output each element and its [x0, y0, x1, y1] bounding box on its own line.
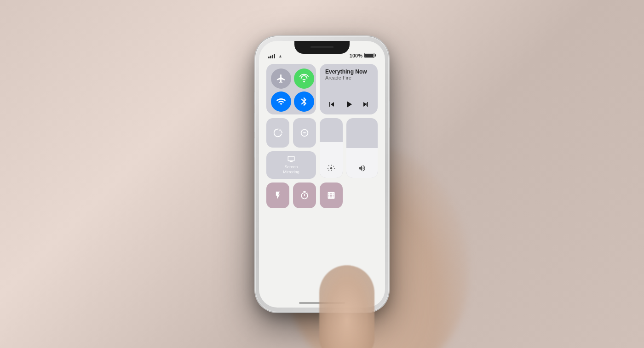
signal-bar-3 — [272, 55, 273, 58]
battery-icon — [364, 53, 376, 58]
screen-mirroring-button[interactable]: ScreenMirroring — [266, 151, 316, 179]
do-not-disturb-button[interactable] — [293, 118, 316, 148]
wifi-button[interactable] — [271, 91, 291, 112]
notch — [294, 41, 350, 54]
screen-mirroring-label: ScreenMirroring — [283, 165, 299, 175]
volume-down-button[interactable] — [254, 137, 255, 158]
play-button[interactable] — [343, 99, 354, 110]
flashlight-button[interactable] — [266, 183, 289, 208]
connectivity-panel — [266, 64, 316, 114]
signal-icon — [268, 54, 275, 58]
music-panel: Everything Now Arcade Fire — [320, 64, 378, 114]
status-right: 100% — [350, 53, 376, 58]
iphone-x: ▲ 100% — [255, 36, 389, 312]
cellular-button[interactable] — [294, 68, 314, 89]
status-left: ▲ — [268, 54, 282, 58]
volume-icon — [358, 164, 366, 174]
power-button[interactable] — [389, 101, 390, 128]
track-title: Everything Now — [325, 68, 372, 75]
mute-button[interactable] — [254, 91, 255, 105]
music-controls — [325, 99, 372, 110]
speaker — [310, 46, 334, 48]
signal-bar-1 — [268, 57, 270, 58]
volume-up-button[interactable] — [254, 112, 255, 133]
signal-bar-2 — [270, 56, 271, 58]
lock-rotation-button[interactable] — [266, 118, 289, 148]
calculator-button[interactable] — [320, 183, 343, 208]
control-center: Everything Now Arcade Fire — [264, 61, 380, 298]
scene: ▲ 100% — [0, 0, 644, 348]
brightness-icon — [327, 164, 335, 174]
battery-percentage: 100% — [350, 53, 362, 58]
rewind-button[interactable] — [327, 100, 336, 109]
fast-forward-button[interactable] — [361, 100, 370, 109]
finger — [319, 265, 374, 348]
phone-screen: ▲ 100% — [259, 41, 385, 308]
bluetooth-button[interactable] — [294, 91, 314, 112]
volume-slider[interactable] — [346, 118, 378, 178]
track-info: Everything Now Arcade Fire — [325, 68, 372, 80]
brightness-slider[interactable] — [320, 118, 343, 178]
wifi-status-icon: ▲ — [278, 54, 282, 58]
signal-bar-4 — [274, 54, 275, 58]
airplane-mode-button[interactable] — [271, 68, 291, 89]
timer-button[interactable] — [293, 183, 316, 208]
track-artist: Arcade Fire — [325, 75, 372, 80]
